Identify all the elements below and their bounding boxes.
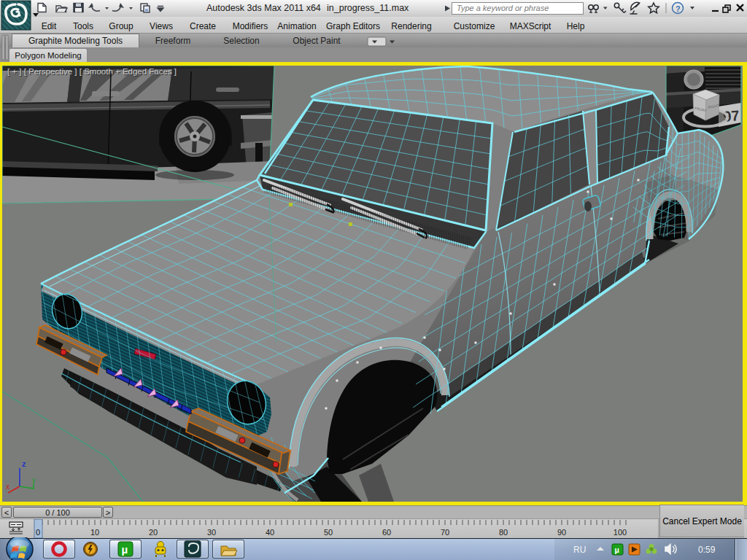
svg-text:80: 80 [499,528,508,537]
svg-text:y: y [32,476,36,484]
svg-text:100: 100 [614,528,627,537]
svg-text:10: 10 [90,528,99,537]
svg-text:50: 50 [324,528,333,537]
svg-text:90: 90 [557,528,566,537]
svg-text:µ: µ [122,543,128,556]
svg-text:40: 40 [266,528,274,537]
svg-text:µ: µ [615,545,619,554]
svg-text:30: 30 [207,528,216,537]
svg-text:z: z [22,459,26,468]
svg-text:x: x [6,483,9,491]
svg-text:60: 60 [382,528,391,537]
svg-text:?: ? [676,4,681,13]
svg-text:70: 70 [441,528,449,537]
svg-text:RU: RU [573,545,586,555]
svg-text:0: 0 [36,528,40,537]
svg-text:[ + ] [ Perspective ] [ Smooth: [ + ] [ Perspective ] [ Smooth + Edged F… [7,67,177,76]
svg-text:0:59: 0:59 [698,545,716,555]
svg-text:20: 20 [149,528,158,537]
